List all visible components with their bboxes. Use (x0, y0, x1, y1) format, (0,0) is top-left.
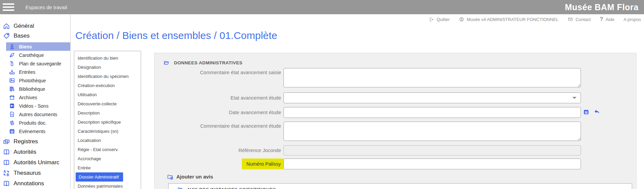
numero-palissy-label-highlighted: Numéro Palissy (242, 159, 284, 169)
commentaire-etude-textarea[interactable] (284, 122, 581, 141)
commentaire-saisie-textarea[interactable] (284, 68, 581, 87)
calendar-picker-icon[interactable] (583, 109, 589, 115)
sidebar-item-plan-de-sauvegarde[interactable]: Plan de sauvegarde (6, 59, 70, 68)
sidebar-item-videos-sons[interactable]: Vidéos - Sons (6, 102, 70, 110)
etat-etude-label: Etat avancement étude (155, 95, 281, 101)
app-title: Musée BAM Flora (565, 2, 639, 12)
a-propos-link[interactable]: A propos (624, 17, 641, 22)
quitter-link[interactable]: Quitter (429, 17, 450, 22)
paper-stack-icon (7, 120, 16, 126)
calendar-icon (7, 128, 16, 134)
sidebar-item-bases[interactable]: Bases (0, 31, 70, 41)
sidebar-item-registres[interactable]: Registres (0, 136, 70, 147)
open-folder-icon (163, 60, 169, 66)
sidebar-item-bibliotheque[interactable]: Bibliothèque (6, 85, 70, 93)
section-creation-execution[interactable]: Création-exécution (74, 81, 141, 90)
tag-icon (1, 32, 12, 40)
sidebar-item-biens[interactable]: Biens (6, 42, 70, 51)
page-title: Création / Biens et ensembles / 01.Compl… (75, 30, 277, 41)
section-entree[interactable]: Entrée (74, 163, 141, 172)
workspace-label: Espaces de travail (25, 4, 67, 10)
donnees-administratives-panel: DONNEES ADMINISTRATIVES Commentaire état… (154, 53, 637, 189)
sidebar-item-annotations[interactable]: Annotations (0, 178, 70, 189)
contact-link[interactable]: Contact (568, 17, 591, 22)
thesaurus-icon: AB (1, 169, 12, 177)
home-icon (1, 22, 12, 30)
section-accrochage[interactable]: Accrochage (74, 154, 141, 163)
fire-extinguisher-icon (7, 60, 16, 67)
sidebar-item-archives[interactable]: Archives (6, 93, 70, 102)
user-account-link[interactable]: Musée v4 ADMINISTRATEUR FONCTIONNEL (459, 17, 559, 22)
topbar: Espaces de travail Musée BAM Flora (0, 0, 644, 14)
chevron-down-icon (572, 97, 577, 99)
bust-icon (7, 43, 16, 50)
etat-etude-select[interactable] (284, 92, 581, 103)
question-icon: ? (600, 16, 603, 22)
envelope-icon (568, 17, 573, 22)
group-title: DONNEES ADMINISTRATIVES (174, 60, 242, 65)
add-avis-button[interactable]: Ajouter un avis (167, 173, 213, 180)
video-document-icon (7, 103, 16, 109)
logout-icon (429, 17, 434, 22)
section-utilisation[interactable]: Utilisation (74, 90, 141, 99)
open-book-icon (1, 159, 12, 166)
date-etude-input[interactable] (284, 107, 581, 118)
svg-text:A: A (3, 170, 6, 173)
form-sections-panel: Identification du bien Désignation Ident… (74, 51, 141, 189)
group-header: DONNEES ADMINISTRATIVES (163, 60, 242, 66)
section-identification-du-specimen[interactable]: Identification du spécimen (74, 72, 141, 81)
add-avis-label: Ajouter un avis (176, 174, 213, 180)
inbox-arrow-icon (7, 69, 16, 75)
sidebar-item-thesaurus[interactable]: AB Thesaurus (0, 168, 70, 178)
sidebar-item-produits-doc[interactable]: Produits doc. (6, 119, 70, 127)
document-icon (7, 111, 16, 118)
undo-icon[interactable] (593, 108, 601, 115)
folders-icon (1, 138, 12, 145)
sidebar-item-general[interactable]: Général (0, 21, 70, 31)
svg-text:B: B (6, 173, 9, 176)
avis-group-header: AVIS DES INSTANCES SCIENTIFIQUES (177, 187, 276, 189)
sidebar: Général Bases Biens Carothèque Plan de s… (0, 14, 71, 189)
avis-group-title: AVIS DES INSTANCES SCIENTIFIQUES (187, 187, 276, 189)
section-caracteristiques-sn[interactable]: Caractéristiques (sn) (74, 127, 141, 136)
aide-link[interactable]: ? Aide (600, 16, 614, 22)
reference-joconde-label: Référence Joconde (155, 148, 281, 153)
section-regie-etat-conserv[interactable]: Régie - Etat conserv. (74, 145, 141, 154)
open-book-icon (1, 148, 12, 156)
reference-joconde-input (284, 145, 581, 155)
section-dossier-administratif[interactable]: Dossier Administratif (76, 172, 123, 182)
section-identification-du-bien[interactable]: Identification du bien (74, 54, 141, 63)
commentaire-saisie-label: Commentaire état avancement saisie (155, 70, 281, 75)
core-sample-icon (7, 52, 16, 58)
section-description-specifique[interactable]: Description spécifique (74, 118, 141, 127)
user-circle-icon (459, 17, 464, 22)
sidebar-item-carotheque[interactable]: Carothèque (6, 51, 70, 59)
archive-box-icon (7, 94, 16, 101)
sidebar-item-autorites-unimarc[interactable]: Autorités Unimarc (0, 157, 70, 168)
section-decouverte-collecte[interactable]: Découverte-collecte (74, 99, 141, 108)
sidebar-item-phototheque[interactable]: Photothèque (6, 76, 70, 85)
numero-palissy-input[interactable] (284, 159, 581, 169)
header-links: Quitter Musée v4 ADMINISTRATEUR FONCTION… (429, 16, 641, 22)
sidebar-item-autorites[interactable]: Autorités (0, 147, 70, 157)
commentaire-etude-label: Commentaire état avancement étude (155, 123, 281, 129)
section-designation[interactable]: Désignation (74, 63, 141, 72)
sidebar-item-entrees[interactable]: Entrées (6, 68, 70, 76)
books-icon (7, 86, 16, 92)
hamburger-menu-icon[interactable] (3, 3, 14, 11)
app-window: Espaces de travail Musée BAM Flora Génér… (0, 0, 644, 189)
section-donnees-patrimoniales[interactable]: Données patrimoniales (74, 182, 141, 189)
section-localisation[interactable]: Localisation (74, 136, 141, 145)
avis-instances-panel: AVIS DES INSTANCES SCIENTIFIQUES (168, 183, 632, 189)
folder-add-icon (167, 173, 173, 180)
sidebar-item-autres-documents[interactable]: Autres documents (6, 110, 70, 119)
open-folder-icon (177, 187, 183, 189)
date-etude-label: Date avancement étude (155, 110, 281, 115)
open-book-icon (1, 180, 12, 187)
sidebar-item-evenements[interactable]: Evènements (6, 127, 70, 135)
section-description[interactable]: Description (74, 108, 141, 118)
photo-icon (7, 77, 16, 84)
